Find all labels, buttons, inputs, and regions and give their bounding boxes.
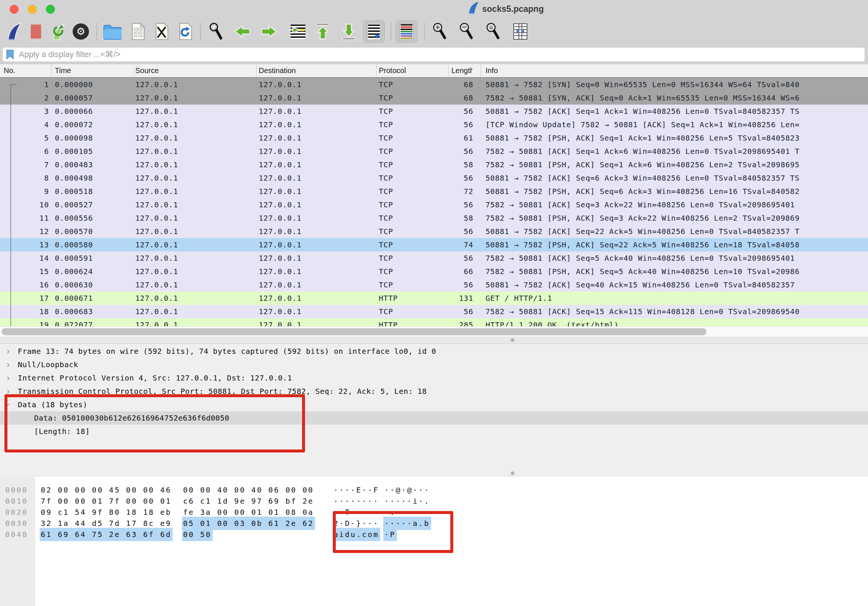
detail-text: Data (18 bytes) — [18, 400, 87, 409]
hex-row-0020[interactable]: 002009 c1 54 9f 80 18 18 ebfe 3a 00 00 0… — [0, 507, 868, 518]
first-packet-icon[interactable] — [314, 21, 331, 42]
packet-row-3[interactable]: 30.000066127.0.0.1127.0.0.1TCP5650881 → … — [0, 104, 868, 118]
chevron-expanded-icon[interactable]: › — [2, 403, 15, 407]
packet-row-17[interactable]: 170.000671127.0.0.1127.0.0.1HTTP131GET /… — [0, 292, 868, 305]
cell-dst: 127.0.0.1 — [256, 265, 377, 278]
detail-line[interactable]: ›Internet Protocol Version 4, Src: 127.0… — [0, 371, 868, 385]
pane-splitter[interactable] — [0, 337, 868, 343]
splitter-handle-icon[interactable] — [511, 338, 515, 342]
detail-line[interactable]: ›Data (18 bytes) — [0, 398, 868, 411]
zoom-window-button[interactable] — [46, 5, 55, 14]
hex-offset: 0010 — [5, 496, 28, 507]
capture-options-gear-icon[interactable]: ⚙ — [73, 21, 89, 42]
auto-scroll-toggle-icon[interactable] — [363, 20, 385, 43]
chevron-collapsed-icon[interactable]: › — [7, 371, 10, 385]
filter-bookmark-icon[interactable] — [6, 49, 14, 60]
hex-row-0040[interactable]: 004061 69 64 75 2e 63 6f 6d00 50aidu.com… — [0, 529, 868, 540]
packet-row-11[interactable]: 110.000556127.0.0.1127.0.0.1TCP587582 → … — [0, 211, 868, 225]
open-file-folder-icon[interactable] — [102, 21, 122, 42]
detail-line[interactable]: ›Transmission Control Protocol, Src Port… — [0, 385, 868, 398]
column-header-no[interactable]: No. — [0, 64, 51, 77]
save-file-icon[interactable]: 010100110101110 — [130, 21, 145, 42]
zoom-out-icon[interactable]: − — [458, 21, 475, 42]
packet-row-8[interactable]: 80.000498127.0.0.1127.0.0.1TCP5650881 → … — [0, 171, 868, 185]
display-filter-input[interactable]: Apply a display filter ...<⌘/> — [2, 47, 865, 62]
cell-proto: HTTP — [377, 292, 448, 305]
packet-row-14[interactable]: 140.000591127.0.0.1127.0.0.1TCP567582 → … — [0, 252, 868, 265]
ascii-bytes: ··@·@··· — [384, 484, 430, 496]
cell-info: 7582 → 50881 [PSH, ACK] Seq=1 Ack=6 Win=… — [481, 158, 868, 171]
column-header-destination[interactable]: Destination — [256, 64, 377, 77]
zoom-in-icon[interactable]: + — [431, 21, 448, 42]
cell-info: 7582 → 50881 [PSH, ACK] Seq=5 Ack=40 Win… — [481, 265, 868, 278]
cell-info: 7582 → 50881 [ACK] Seq=15 Ack=115 Win=40… — [481, 305, 868, 318]
scrollbar-thumb[interactable] — [2, 328, 707, 335]
detail-line[interactable]: Data: 050100030b612e62616964752e636f6d00… — [0, 411, 868, 425]
cell-no: 1 — [0, 78, 51, 91]
packet-row-5[interactable]: 50.000098127.0.0.1127.0.0.1TCP6150881 → … — [0, 131, 868, 145]
chevron-collapsed-icon[interactable]: › — [7, 385, 10, 398]
start-capture-fin-icon[interactable] — [5, 21, 22, 42]
detail-line[interactable]: ›Frame 13: 74 bytes on wire (592 bits), … — [0, 345, 868, 358]
cell-no: 9 — [0, 185, 51, 198]
packet-row-10[interactable]: 100.000527127.0.0.1127.0.0.1TCP567582 → … — [0, 198, 868, 211]
cell-len: 74 — [448, 238, 481, 252]
cell-proto: TCP — [377, 104, 448, 118]
packet-row-18[interactable]: 180.000683127.0.0.1127.0.0.1TCP567582 → … — [0, 305, 868, 318]
cell-info: 50881 → 7582 [SYN] Seq=0 Win=65535 Len=0… — [481, 78, 868, 91]
splitter-handle-icon[interactable] — [511, 471, 515, 475]
column-header-length[interactable]: Length — [448, 64, 481, 77]
column-header-protocol[interactable]: Protocol — [377, 64, 448, 77]
packet-row-19[interactable]: 190.072077127.0.0.1127.0.0.1HTTP285HTTP/… — [0, 318, 868, 326]
column-header-info[interactable]: Info — [481, 64, 868, 77]
column-header-source[interactable]: Source — [134, 64, 256, 77]
cell-len: 56 — [448, 104, 481, 118]
cell-len: 68 — [448, 91, 481, 104]
cell-src: 127.0.0.1 — [134, 252, 256, 265]
cell-len: 66 — [448, 265, 481, 278]
cell-proto: TCP — [377, 265, 448, 278]
detail-line[interactable]: [Length: 18] — [0, 425, 868, 438]
zoom-reset-icon[interactable]: = — [485, 21, 502, 42]
hex-row-0010[interactable]: 00107f 00 00 01 7f 00 00 01c6 c1 1d 9e 9… — [0, 496, 868, 507]
hex-bytes: 00 00 40 00 40 06 00 00 — [183, 484, 314, 496]
go-to-packet-icon[interactable] — [287, 21, 306, 42]
cell-info: 50881 → 7582 [ACK] Seq=40 Ack=15 Win=408… — [481, 278, 868, 292]
packet-row-1[interactable]: 10.000000127.0.0.1127.0.0.1TCP6850881 → … — [0, 78, 868, 91]
packet-row-7[interactable]: 70.000483127.0.0.1127.0.0.1TCP587582 → 5… — [0, 158, 868, 171]
cell-time: 0.000000 — [51, 78, 134, 91]
toolbar-separator — [424, 23, 425, 40]
detail-text: Transmission Control Protocol, Src Port:… — [18, 387, 427, 396]
cell-src: 127.0.0.1 — [134, 238, 256, 252]
packet-row-4[interactable]: 40.000072127.0.0.1127.0.0.1TCP56[TCP Win… — [0, 118, 868, 131]
find-packet-magnifier-icon[interactable] — [208, 21, 225, 42]
packet-row-15[interactable]: 150.000624127.0.0.1127.0.0.1TCP667582 → … — [0, 265, 868, 278]
packet-row-9[interactable]: 90.000518127.0.0.1127.0.0.1TCP7250881 → … — [0, 185, 868, 198]
stop-capture-icon[interactable] — [28, 21, 44, 42]
cell-info: 7582 → 50881 [ACK] Seq=3 Ack=22 Win=4082… — [481, 198, 868, 211]
packet-row-2[interactable]: 20.000057127.0.0.1127.0.0.1TCP687582 → 5… — [0, 91, 868, 104]
resize-columns-icon[interactable] — [512, 21, 529, 42]
packet-row-6[interactable]: 60.000105127.0.0.1127.0.0.1TCP567582 → 5… — [0, 145, 868, 158]
packet-row-13[interactable]: 130.000580127.0.0.1127.0.0.1TCP7450881 →… — [0, 238, 868, 252]
chevron-collapsed-icon[interactable]: › — [7, 358, 10, 371]
last-packet-icon[interactable] — [340, 21, 357, 42]
close-file-icon[interactable] — [154, 21, 169, 42]
hex-row-0030[interactable]: 003032 1a 44 d5 7d 17 8c e905 01 00 03 0… — [0, 518, 868, 529]
column-header-time[interactable]: Time — [51, 64, 134, 77]
horizontal-scrollbar[interactable] — [0, 326, 868, 337]
restart-capture-icon[interactable] — [50, 21, 67, 42]
detail-line[interactable]: ›Null/Loopback — [0, 358, 868, 371]
hex-row-0000[interactable]: 000002 00 00 00 45 00 00 4600 00 40 00 4… — [0, 484, 868, 496]
reload-file-icon[interactable] — [178, 21, 193, 42]
cell-dst: 127.0.0.1 — [256, 78, 377, 91]
colorize-toggle-icon[interactable] — [396, 20, 417, 43]
chevron-collapsed-icon[interactable]: › — [7, 345, 10, 358]
close-window-button[interactable] — [9, 5, 19, 14]
previous-packet-icon[interactable] — [234, 21, 251, 42]
packet-row-12[interactable]: 120.000570127.0.0.1127.0.0.1TCP5650881 →… — [0, 225, 868, 238]
packet-row-16[interactable]: 160.000630127.0.0.1127.0.0.1TCP5650881 →… — [0, 278, 868, 292]
minimize-window-button[interactable] — [28, 5, 37, 14]
next-packet-icon[interactable] — [260, 21, 278, 42]
cell-src: 127.0.0.1 — [134, 225, 256, 238]
